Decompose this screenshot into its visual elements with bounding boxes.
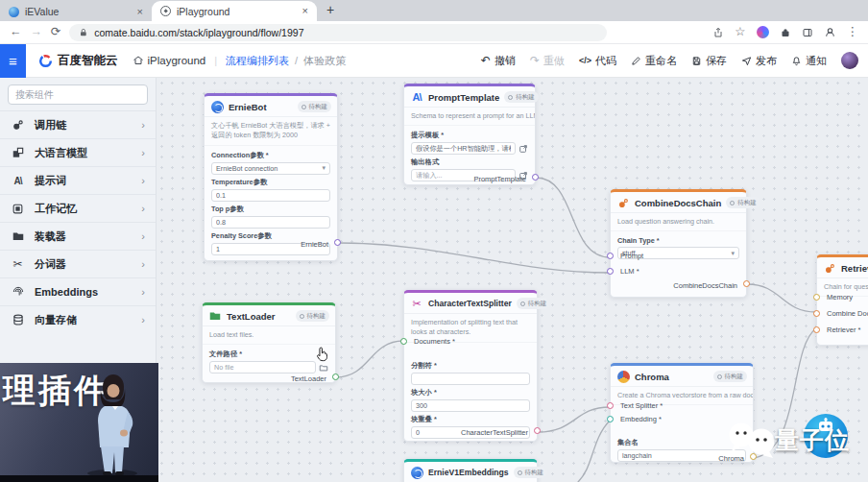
badge-label: 待构建 bbox=[725, 373, 744, 381]
forward-icon[interactable]: → bbox=[31, 26, 43, 38]
field-label: 块大小 * bbox=[411, 388, 530, 398]
input-port-retriever[interactable] bbox=[813, 326, 820, 333]
extension-colorful-icon[interactable] bbox=[757, 26, 769, 38]
input-port-combine-documents[interactable] bbox=[813, 310, 820, 317]
output-port[interactable] bbox=[332, 374, 339, 380]
output-port[interactable] bbox=[534, 427, 541, 434]
separator-input[interactable] bbox=[411, 373, 530, 385]
new-tab-button[interactable]: + bbox=[326, 2, 334, 17]
badge-label: 待构建 bbox=[307, 312, 326, 321]
tab-iplayground[interactable]: iPlayground × bbox=[152, 1, 317, 21]
hamburger-menu-button[interactable]: ≡ bbox=[0, 44, 26, 78]
connection-select[interactable]: ErnieBot connection▾ bbox=[211, 162, 330, 175]
bookmark-star-icon[interactable]: ☆ bbox=[735, 26, 745, 38]
sidebar-item-prompts[interactable]: A\ 提示词 › bbox=[0, 166, 156, 194]
user-avatar[interactable] bbox=[841, 52, 858, 69]
address-bar[interactable] bbox=[69, 24, 607, 41]
sidebar-item-label: 分词器 bbox=[35, 257, 66, 272]
open-editor-icon[interactable] bbox=[518, 144, 528, 154]
output-port[interactable] bbox=[334, 239, 341, 246]
sidebar-item-embeddings[interactable]: Embeddings › bbox=[0, 277, 156, 305]
search-input[interactable] bbox=[15, 89, 142, 100]
undo-button[interactable]: ↶撤销 bbox=[481, 54, 516, 68]
sidebar-item-chains[interactable]: 调用链 › bbox=[0, 110, 156, 138]
chunk-size-input[interactable] bbox=[411, 399, 530, 412]
tab-ievalue[interactable]: iEValue × bbox=[0, 2, 152, 21]
home-icon bbox=[133, 55, 144, 66]
prompt-template-input[interactable] bbox=[411, 142, 516, 155]
input-port-memory[interactable] bbox=[813, 294, 820, 301]
file-path-input[interactable] bbox=[209, 361, 316, 374]
node-charactertextsplitter[interactable]: ✂ CharacterTextSplitter 待构建 Implementati… bbox=[403, 290, 538, 442]
tab-close-icon[interactable]: × bbox=[302, 6, 308, 16]
profile-avatar-icon[interactable] bbox=[824, 26, 836, 38]
status-dot-icon bbox=[508, 95, 513, 100]
notifications-button[interactable]: 通知 bbox=[791, 54, 827, 68]
node-erniev1embeddings[interactable]: ErnieV1Embeddings 待构建 bbox=[403, 459, 538, 482]
input-label: LLM * bbox=[620, 267, 639, 276]
save-button[interactable]: 保存 bbox=[691, 54, 727, 68]
node-textloader[interactable]: TextLoader 待构建 Load text files. 文件路径 * T… bbox=[202, 302, 336, 383]
status-dot-icon bbox=[300, 314, 304, 319]
node-prompttemplate[interactable]: A\ PromptTemplate 待构建 Schema to represen… bbox=[403, 84, 536, 185]
input-port-llm[interactable] bbox=[607, 268, 614, 275]
notifications-label: 通知 bbox=[806, 54, 827, 68]
node-combinedocschain[interactable]: CombineDocsChain 待构建 Load question answe… bbox=[610, 189, 747, 298]
browser-menu-icon[interactable]: ⋮ bbox=[847, 26, 859, 38]
node-retrievalqa[interactable]: Retriev Chain for question Memory Combin… bbox=[816, 254, 868, 346]
sidebar-item-vectorstores[interactable]: 向量存储 › bbox=[0, 305, 156, 333]
node-title: TextLoader bbox=[227, 311, 276, 322]
url-input[interactable] bbox=[94, 27, 597, 38]
node-header: CombineDocsChain 待构建 bbox=[611, 192, 746, 213]
publish-button[interactable]: 发布 bbox=[741, 54, 777, 68]
build-status-badge: 待构建 bbox=[298, 101, 332, 112]
redo-label: 重做 bbox=[543, 54, 565, 68]
output-label: PromptTemplate bbox=[473, 175, 526, 183]
input-port-embedding[interactable] bbox=[607, 416, 614, 422]
rename-button[interactable]: 重命名 bbox=[631, 54, 677, 68]
temperature-input[interactable] bbox=[211, 189, 330, 202]
app-title[interactable]: iPlayground bbox=[133, 55, 206, 66]
input-label: Prompt bbox=[620, 252, 643, 260]
publish-label: 发布 bbox=[756, 54, 777, 68]
edge-textloader-to-documents bbox=[336, 341, 403, 377]
llm-cubes-icon bbox=[11, 146, 25, 160]
input-port-prompt[interactable] bbox=[607, 253, 614, 259]
puzzle-extensions-icon[interactable] bbox=[780, 27, 791, 38]
header-divider: | bbox=[214, 55, 217, 66]
code-icon: </> bbox=[579, 57, 591, 65]
sidebar-item-memory[interactable]: 工作记忆 › bbox=[0, 194, 156, 222]
share-icon[interactable] bbox=[712, 27, 724, 38]
node-fields: Connection参数 * ErnieBot connection▾ Temp… bbox=[205, 146, 337, 255]
redo-button[interactable]: ↷重做 bbox=[530, 54, 565, 68]
input-label: Combine Documen bbox=[827, 309, 868, 318]
presenter-video-overlay: 理插件 bbox=[0, 363, 158, 482]
top-p-input[interactable] bbox=[211, 216, 330, 229]
breadcrumb-flow-list-link[interactable]: 流程编排列表 bbox=[226, 54, 289, 68]
sidebar-item-splitters[interactable]: ✂ 分词器 › bbox=[0, 250, 156, 277]
output-port[interactable] bbox=[743, 280, 750, 287]
baidu-cloud-logo-icon bbox=[38, 54, 53, 68]
tab-close-icon[interactable]: × bbox=[137, 7, 143, 17]
edge-splitter-to-chroma bbox=[538, 407, 610, 432]
app-header: ≡ 百度智能云 iPlayground | 流程编排列表 / 体验政策 ↶撤销 … bbox=[0, 44, 868, 78]
side-panel-icon[interactable] bbox=[802, 27, 813, 38]
code-button[interactable]: </>代码 bbox=[579, 54, 616, 68]
brand-name: 百度智能云 bbox=[58, 53, 118, 69]
component-search[interactable] bbox=[8, 84, 148, 105]
chevron-right-icon: › bbox=[141, 203, 145, 214]
qbitai-watermark: 量子位 bbox=[727, 414, 857, 466]
output-port[interactable] bbox=[532, 174, 539, 181]
breadcrumb-separator: / bbox=[295, 55, 298, 66]
sidebar-item-label: Embeddings bbox=[35, 286, 98, 298]
chevron-right-icon: › bbox=[141, 175, 145, 186]
back-icon[interactable]: ← bbox=[10, 26, 22, 38]
sidebar-item-llm[interactable]: 大语言模型 › bbox=[0, 138, 156, 166]
input-port-text-splitter[interactable] bbox=[607, 402, 614, 409]
node-erniebot[interactable]: ErnieBot 待构建 文心千帆 ErnieBot 大语言模型，请求 + 返回… bbox=[204, 93, 338, 261]
input-port-documents[interactable] bbox=[400, 338, 407, 345]
select-value: ErnieBot connection bbox=[216, 164, 277, 173]
build-status-badge: 待构建 bbox=[713, 371, 748, 382]
sidebar-item-loaders[interactable]: 装载器 › bbox=[0, 222, 156, 250]
reload-icon[interactable]: ⟳ bbox=[51, 26, 60, 38]
